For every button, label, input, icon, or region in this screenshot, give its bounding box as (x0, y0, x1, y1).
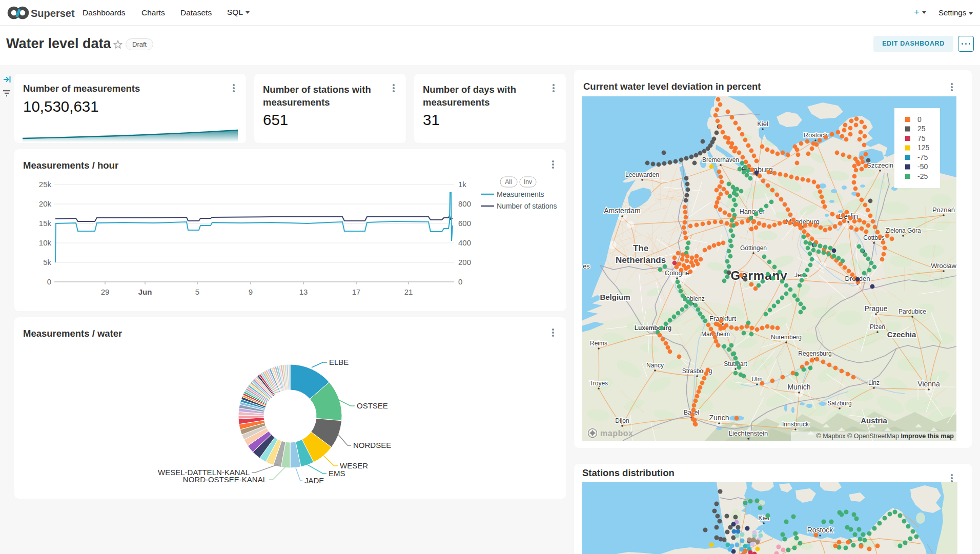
svg-text:Leeuwarden: Leeuwarden (625, 171, 659, 178)
svg-text:29: 29 (101, 288, 110, 296)
svg-text:Linz: Linz (868, 379, 880, 386)
svg-text:20k: 20k (39, 199, 52, 208)
svg-text:OSTSEE: OSTSEE (357, 401, 388, 410)
svg-text:1k: 1k (458, 180, 466, 189)
svg-text:21: 21 (404, 288, 413, 296)
svg-text:Austria: Austria (861, 416, 887, 425)
svg-text:EMS: EMS (329, 469, 345, 478)
svg-text:Liechtenstein: Liechtenstein (729, 429, 768, 437)
svg-text:Superset: Superset (31, 8, 75, 19)
svg-text:Innsbruck: Innsbruck (782, 421, 809, 428)
svg-text:Nancy: Nancy (646, 362, 664, 369)
svg-text:Czechia: Czechia (887, 330, 916, 339)
svg-text:17: 17 (352, 288, 361, 296)
svg-text:Regensburg: Regensburg (798, 350, 831, 357)
svg-text:Belgium: Belgium (600, 293, 630, 301)
svg-text:mapbox: mapbox (600, 429, 633, 438)
svg-text:The: The (633, 243, 648, 253)
svg-text:10k: 10k (39, 238, 52, 247)
svg-text:Göttingen: Göttingen (740, 244, 767, 252)
svg-text:5: 5 (195, 288, 199, 296)
svg-text:Prague: Prague (864, 304, 887, 313)
svg-text:Zielona Góra: Zielona Góra (885, 227, 921, 234)
svg-text:Measurements: Measurements (497, 190, 544, 198)
svg-text:Zurich: Zurich (709, 414, 729, 422)
svg-text:WESEL-DATTELN-KANAL: WESEL-DATTELN-KANAL (158, 468, 250, 477)
svg-text:200: 200 (458, 258, 471, 266)
svg-text:Bremerhaven: Bremerhaven (702, 156, 739, 163)
svg-text:0: 0 (917, 115, 922, 124)
svg-text:Netherlands: Netherlands (616, 255, 666, 265)
svg-text:es: es (583, 262, 590, 270)
svg-text:© Mapbox © OpenStreetMap Impro: © Mapbox © OpenStreetMap Improve this ma… (816, 433, 954, 440)
svg-text:0: 0 (458, 277, 462, 286)
svg-text:0: 0 (47, 277, 51, 286)
svg-text:Amsterdam: Amsterdam (604, 207, 641, 215)
svg-text:Nuremberg: Nuremberg (771, 334, 802, 341)
svg-text:Pardubice: Pardubice (899, 308, 926, 315)
svg-text:800: 800 (458, 199, 471, 208)
svg-text:All: All (505, 178, 512, 186)
svg-text:5k: 5k (43, 258, 51, 266)
svg-text:Poznań: Poznań (932, 206, 955, 214)
svg-text:600: 600 (458, 219, 471, 228)
svg-text:25k: 25k (39, 180, 52, 189)
svg-text:-25: -25 (917, 172, 928, 180)
svg-text:Munich: Munich (787, 383, 810, 391)
svg-text:Dijon: Dijon (615, 417, 629, 424)
svg-text:NORDSEE: NORDSEE (353, 441, 391, 449)
svg-text:Number of stations: Number of stations (497, 202, 557, 210)
svg-text:-50: -50 (917, 162, 928, 171)
svg-text:Jun: Jun (138, 288, 152, 296)
svg-text:JADE: JADE (304, 476, 324, 485)
svg-text:13: 13 (299, 288, 308, 296)
svg-text:Inv: Inv (524, 178, 532, 186)
svg-text:25: 25 (917, 125, 926, 133)
svg-text:ELBE: ELBE (329, 358, 349, 366)
svg-text:Wrocław: Wrocław (931, 262, 956, 270)
svg-text:15k: 15k (39, 219, 52, 228)
svg-text:9: 9 (249, 288, 253, 296)
svg-text:125: 125 (917, 143, 930, 152)
svg-text:Rostock: Rostock (807, 526, 834, 534)
svg-text:Reims: Reims (590, 340, 607, 347)
svg-text:400: 400 (458, 238, 471, 247)
svg-text:Kiel: Kiel (757, 120, 768, 128)
svg-text:75: 75 (917, 134, 926, 142)
svg-text:-75: -75 (917, 153, 928, 161)
svg-text:Vienna: Vienna (917, 380, 940, 388)
svg-text:Plzeň: Plzeň (870, 323, 885, 331)
svg-text:Troyes: Troyes (589, 380, 608, 387)
svg-text:Salzburg: Salzburg (827, 400, 851, 407)
svg-text:Szczecin: Szczecin (867, 161, 893, 169)
